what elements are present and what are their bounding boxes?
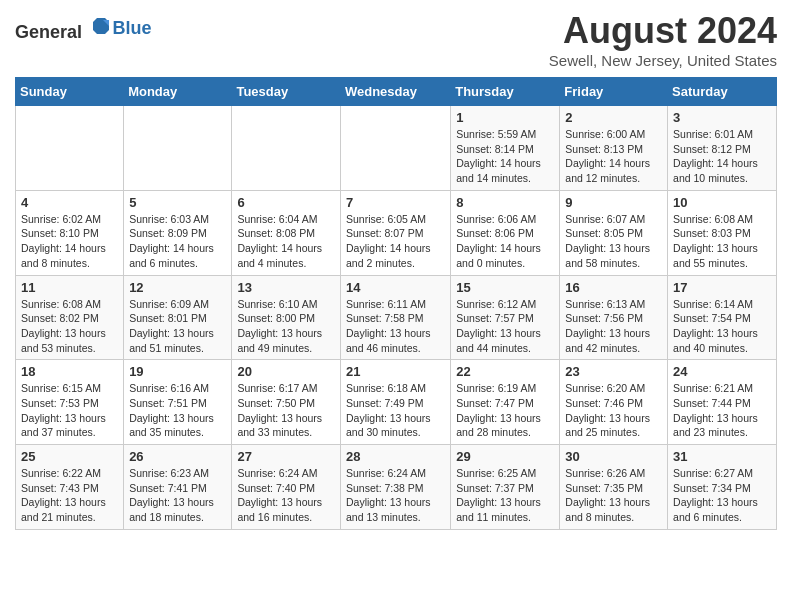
day-info: Sunrise: 6:11 AMSunset: 7:58 PMDaylight:… — [346, 297, 445, 356]
week-row-2: 4Sunrise: 6:02 AMSunset: 8:10 PMDaylight… — [16, 190, 777, 275]
day-info: Sunrise: 6:14 AMSunset: 7:54 PMDaylight:… — [673, 297, 771, 356]
day-number: 31 — [673, 449, 771, 464]
calendar-cell: 3Sunrise: 6:01 AMSunset: 8:12 PMDaylight… — [668, 106, 777, 191]
week-row-3: 11Sunrise: 6:08 AMSunset: 8:02 PMDayligh… — [16, 275, 777, 360]
calendar-cell: 7Sunrise: 6:05 AMSunset: 8:07 PMDaylight… — [340, 190, 450, 275]
calendar-cell: 24Sunrise: 6:21 AMSunset: 7:44 PMDayligh… — [668, 360, 777, 445]
location-title: Sewell, New Jersey, United States — [549, 52, 777, 69]
day-number: 2 — [565, 110, 662, 125]
calendar-cell — [340, 106, 450, 191]
logo-icon — [89, 14, 113, 38]
weekday-header-thursday: Thursday — [451, 78, 560, 106]
day-info: Sunrise: 6:21 AMSunset: 7:44 PMDaylight:… — [673, 381, 771, 440]
day-info: Sunrise: 6:24 AMSunset: 7:38 PMDaylight:… — [346, 466, 445, 525]
day-info: Sunrise: 6:02 AMSunset: 8:10 PMDaylight:… — [21, 212, 118, 271]
day-info: Sunrise: 6:23 AMSunset: 7:41 PMDaylight:… — [129, 466, 226, 525]
calendar-cell — [16, 106, 124, 191]
calendar-cell: 23Sunrise: 6:20 AMSunset: 7:46 PMDayligh… — [560, 360, 668, 445]
calendar-cell — [232, 106, 341, 191]
day-number: 23 — [565, 364, 662, 379]
day-info: Sunrise: 6:07 AMSunset: 8:05 PMDaylight:… — [565, 212, 662, 271]
day-number: 7 — [346, 195, 445, 210]
day-number: 18 — [21, 364, 118, 379]
calendar-cell: 25Sunrise: 6:22 AMSunset: 7:43 PMDayligh… — [16, 445, 124, 530]
calendar-cell: 2Sunrise: 6:00 AMSunset: 8:13 PMDaylight… — [560, 106, 668, 191]
calendar-cell: 22Sunrise: 6:19 AMSunset: 7:47 PMDayligh… — [451, 360, 560, 445]
day-number: 28 — [346, 449, 445, 464]
month-title: August 2024 — [549, 10, 777, 52]
weekday-header-monday: Monday — [124, 78, 232, 106]
day-number: 14 — [346, 280, 445, 295]
day-info: Sunrise: 6:06 AMSunset: 8:06 PMDaylight:… — [456, 212, 554, 271]
day-number: 13 — [237, 280, 335, 295]
day-number: 27 — [237, 449, 335, 464]
calendar-cell: 30Sunrise: 6:26 AMSunset: 7:35 PMDayligh… — [560, 445, 668, 530]
header: General Blue August 2024 Sewell, New Jer… — [15, 10, 777, 69]
calendar-cell: 1Sunrise: 5:59 AMSunset: 8:14 PMDaylight… — [451, 106, 560, 191]
day-number: 12 — [129, 280, 226, 295]
calendar-cell: 10Sunrise: 6:08 AMSunset: 8:03 PMDayligh… — [668, 190, 777, 275]
day-number: 17 — [673, 280, 771, 295]
day-info: Sunrise: 6:01 AMSunset: 8:12 PMDaylight:… — [673, 127, 771, 186]
calendar-cell — [124, 106, 232, 191]
day-number: 8 — [456, 195, 554, 210]
day-info: Sunrise: 6:24 AMSunset: 7:40 PMDaylight:… — [237, 466, 335, 525]
day-info: Sunrise: 6:16 AMSunset: 7:51 PMDaylight:… — [129, 381, 226, 440]
calendar-cell: 18Sunrise: 6:15 AMSunset: 7:53 PMDayligh… — [16, 360, 124, 445]
day-info: Sunrise: 6:05 AMSunset: 8:07 PMDaylight:… — [346, 212, 445, 271]
day-info: Sunrise: 6:25 AMSunset: 7:37 PMDaylight:… — [456, 466, 554, 525]
calendar-cell: 26Sunrise: 6:23 AMSunset: 7:41 PMDayligh… — [124, 445, 232, 530]
weekday-header-row: SundayMondayTuesdayWednesdayThursdayFrid… — [16, 78, 777, 106]
day-info: Sunrise: 6:18 AMSunset: 7:49 PMDaylight:… — [346, 381, 445, 440]
day-number: 24 — [673, 364, 771, 379]
day-number: 22 — [456, 364, 554, 379]
day-info: Sunrise: 6:17 AMSunset: 7:50 PMDaylight:… — [237, 381, 335, 440]
calendar-cell: 5Sunrise: 6:03 AMSunset: 8:09 PMDaylight… — [124, 190, 232, 275]
day-number: 20 — [237, 364, 335, 379]
calendar-cell: 27Sunrise: 6:24 AMSunset: 7:40 PMDayligh… — [232, 445, 341, 530]
calendar-cell: 14Sunrise: 6:11 AMSunset: 7:58 PMDayligh… — [340, 275, 450, 360]
calendar-cell: 29Sunrise: 6:25 AMSunset: 7:37 PMDayligh… — [451, 445, 560, 530]
day-info: Sunrise: 6:08 AMSunset: 8:02 PMDaylight:… — [21, 297, 118, 356]
title-area: August 2024 Sewell, New Jersey, United S… — [549, 10, 777, 69]
day-number: 5 — [129, 195, 226, 210]
day-number: 11 — [21, 280, 118, 295]
day-number: 19 — [129, 364, 226, 379]
calendar-cell: 11Sunrise: 6:08 AMSunset: 8:02 PMDayligh… — [16, 275, 124, 360]
day-number: 21 — [346, 364, 445, 379]
calendar-table: SundayMondayTuesdayWednesdayThursdayFrid… — [15, 77, 777, 530]
calendar-cell: 9Sunrise: 6:07 AMSunset: 8:05 PMDaylight… — [560, 190, 668, 275]
day-info: Sunrise: 6:13 AMSunset: 7:56 PMDaylight:… — [565, 297, 662, 356]
day-info: Sunrise: 6:00 AMSunset: 8:13 PMDaylight:… — [565, 127, 662, 186]
day-info: Sunrise: 6:20 AMSunset: 7:46 PMDaylight:… — [565, 381, 662, 440]
calendar-cell: 21Sunrise: 6:18 AMSunset: 7:49 PMDayligh… — [340, 360, 450, 445]
day-number: 30 — [565, 449, 662, 464]
day-number: 16 — [565, 280, 662, 295]
calendar-cell: 15Sunrise: 6:12 AMSunset: 7:57 PMDayligh… — [451, 275, 560, 360]
calendar-cell: 17Sunrise: 6:14 AMSunset: 7:54 PMDayligh… — [668, 275, 777, 360]
day-info: Sunrise: 6:15 AMSunset: 7:53 PMDaylight:… — [21, 381, 118, 440]
calendar-cell: 6Sunrise: 6:04 AMSunset: 8:08 PMDaylight… — [232, 190, 341, 275]
day-info: Sunrise: 6:09 AMSunset: 8:01 PMDaylight:… — [129, 297, 226, 356]
day-info: Sunrise: 6:27 AMSunset: 7:34 PMDaylight:… — [673, 466, 771, 525]
day-number: 15 — [456, 280, 554, 295]
calendar-cell: 28Sunrise: 6:24 AMSunset: 7:38 PMDayligh… — [340, 445, 450, 530]
logo-general-text: General — [15, 22, 82, 42]
day-number: 26 — [129, 449, 226, 464]
week-row-1: 1Sunrise: 5:59 AMSunset: 8:14 PMDaylight… — [16, 106, 777, 191]
day-info: Sunrise: 6:12 AMSunset: 7:57 PMDaylight:… — [456, 297, 554, 356]
calendar-cell: 19Sunrise: 6:16 AMSunset: 7:51 PMDayligh… — [124, 360, 232, 445]
calendar-cell: 31Sunrise: 6:27 AMSunset: 7:34 PMDayligh… — [668, 445, 777, 530]
weekday-header-tuesday: Tuesday — [232, 78, 341, 106]
day-info: Sunrise: 6:03 AMSunset: 8:09 PMDaylight:… — [129, 212, 226, 271]
day-info: Sunrise: 6:04 AMSunset: 8:08 PMDaylight:… — [237, 212, 335, 271]
day-info: Sunrise: 6:22 AMSunset: 7:43 PMDaylight:… — [21, 466, 118, 525]
day-info: Sunrise: 6:26 AMSunset: 7:35 PMDaylight:… — [565, 466, 662, 525]
calendar-cell: 16Sunrise: 6:13 AMSunset: 7:56 PMDayligh… — [560, 275, 668, 360]
calendar-cell: 12Sunrise: 6:09 AMSunset: 8:01 PMDayligh… — [124, 275, 232, 360]
weekday-header-wednesday: Wednesday — [340, 78, 450, 106]
day-number: 4 — [21, 195, 118, 210]
day-info: Sunrise: 6:10 AMSunset: 8:00 PMDaylight:… — [237, 297, 335, 356]
day-number: 29 — [456, 449, 554, 464]
calendar-cell: 8Sunrise: 6:06 AMSunset: 8:06 PMDaylight… — [451, 190, 560, 275]
